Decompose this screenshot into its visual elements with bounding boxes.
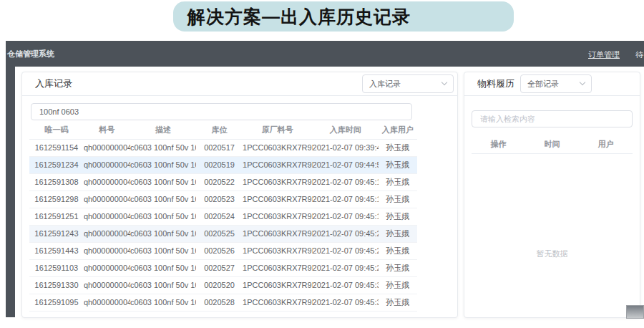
table-cell: 2021-02-07 09:45:34 — [313, 294, 379, 311]
column-header: 库位 — [196, 121, 243, 139]
table-cell: qh0000000045 — [84, 190, 130, 208]
table-cell: 0020527 — [196, 259, 243, 276]
table-cell: c0603 100nf 50v 10% 104 — [130, 190, 196, 208]
nav-item-partial[interactable]: 待 — [635, 49, 643, 60]
history-search-input[interactable] — [472, 110, 633, 127]
column-header: 操作 — [472, 135, 525, 153]
table-cell: 1612591234 — [29, 156, 84, 173]
inbound-search-input[interactable] — [31, 103, 412, 120]
column-header: 料号 — [84, 121, 130, 139]
inbound-panel-header: 入库记录 入库记录 — [22, 72, 457, 96]
inbound-records-panel: 入库记录 入库记录 唯一码料号描述库位原厂料号入库时间入库用户 16125911… — [21, 72, 458, 318]
table-cell: 0020528 — [196, 294, 243, 311]
table-cell: qh0000000045 — [84, 294, 130, 311]
table-cell: 1PCC0603KRX7R9BB104 — [243, 208, 313, 225]
table-cell: 0020525 — [196, 225, 243, 242]
table-cell: c0603 100nf 50v 10% 104 — [130, 139, 196, 156]
table-cell: 孙玉娥 — [379, 242, 417, 259]
table-cell: 1PCC0603KRX7R9BB104 — [243, 156, 313, 173]
table-cell: 1PCC0603KRX7R9BB104 — [243, 276, 313, 294]
empty-data-text: 暂无数据 — [464, 249, 640, 259]
inbound-records-table: 唯一码料号描述库位原厂料号入库时间入库用户 1612591154qh000000… — [29, 121, 417, 312]
table-row[interactable]: 1612591243qh0000000045c0603 100nf 50v 10… — [29, 225, 417, 242]
top-navbar: 仓储管理系统 订单管理 待 — [6, 41, 644, 67]
table-cell: 0020520 — [196, 276, 243, 294]
table-header-row: 操作时间用户 — [472, 135, 633, 153]
table-cell: 孙玉娥 — [379, 208, 417, 225]
table-cell: 1612591330 — [29, 276, 84, 294]
table-cell: c0603 100nf 50v 10% 104 — [130, 208, 196, 225]
column-header: 唯一码 — [29, 121, 84, 139]
column-header: 用户 — [579, 135, 633, 153]
table-cell: 1PCC0603KRX7R9BB104 — [243, 259, 313, 276]
record-type-select[interactable]: 入库记录 — [362, 74, 454, 93]
table-cell: 2021-02-07 09:45:14 — [313, 190, 379, 208]
table-row[interactable]: 1612591251qh0000000045c0603 100nf 50v 10… — [29, 208, 417, 225]
table-cell: 0020517 — [196, 139, 243, 156]
table-cell: 孙玉娥 — [379, 156, 417, 173]
table-cell: 2021-02-07 09:45:22 — [313, 225, 379, 242]
column-header: 入库时间 — [313, 121, 379, 139]
collapsed-sidebar-strip — [6, 67, 15, 317]
table-row[interactable]: 1612591154qh0000000045c0603 100nf 50v 10… — [29, 139, 417, 156]
table-cell: 0020524 — [196, 208, 243, 225]
nav-order-management[interactable]: 订单管理 — [588, 49, 620, 60]
table-cell: qh0000000045 — [84, 259, 130, 276]
table-cell: 1612591243 — [29, 225, 84, 242]
table-cell: 孙玉娥 — [379, 173, 417, 190]
table-cell: 0020523 — [196, 190, 243, 208]
table-cell: c0603 100nf 50v 10% 104 — [130, 294, 196, 311]
table-cell: 1612591154 — [29, 139, 84, 156]
table-cell: 2021-02-07 09:45:3 — [313, 276, 379, 294]
table-cell: qh0000000045 — [84, 242, 130, 259]
table-cell: 0020519 — [196, 156, 243, 173]
table-row[interactable]: 1612591103qh0000000045c0603 100nf 50v 10… — [29, 259, 417, 276]
table-row[interactable]: 1612591308qh0000000045c0603 100nf 50v 10… — [29, 173, 417, 190]
table-row[interactable]: 1612591234qh0000000045c0603 100nf 50v 10… — [29, 156, 417, 173]
table-cell: 1PCC0603KRX7R9BB104 — [243, 225, 313, 242]
history-type-select-value: 全部记录 — [527, 79, 559, 90]
chevron-down-icon — [441, 79, 447, 85]
material-history-panel: 物料履历 全部记录 操作时间用户 暂无数据 — [464, 72, 640, 318]
table-cell: c0603 100nf 50v 10% 104 — [130, 259, 196, 276]
column-header: 描述 — [130, 121, 196, 139]
table-cell: 1PCC0603KRX7R9BB104 — [243, 173, 313, 190]
table-cell: 1PCC0603KRX7R9BB104 — [243, 139, 313, 156]
history-type-select[interactable]: 全部记录 — [520, 74, 592, 93]
table-cell: 2021-02-07 09:39:40 — [313, 139, 379, 156]
table-cell: qh0000000045 — [84, 139, 130, 156]
table-cell: 1PCC0603KRX7R9BB104 — [243, 242, 313, 259]
table-cell: qh0000000045 — [84, 276, 130, 294]
table-cell: c0603 100nf 50v 10% 104 — [130, 225, 196, 242]
table-row[interactable]: 1612591095qh0000000045c0603 100nf 50v 10… — [29, 294, 417, 311]
chevron-down-icon — [580, 79, 585, 85]
inbound-panel-title: 入库记录 — [35, 77, 72, 90]
column-header: 时间 — [525, 135, 579, 153]
table-cell: 孙玉娥 — [379, 294, 417, 311]
table-cell: 1PCC0603KRX7R9BB104 — [243, 190, 313, 208]
table-cell: 1PCC0603KRX7R9BB104 — [243, 294, 313, 311]
table-cell: c0603 100nf 50v 10% 104 — [130, 173, 196, 190]
table-cell: 2021-02-07 09:45:10 — [313, 173, 379, 190]
table-cell: qh0000000045 — [84, 173, 130, 190]
main-content: 入库记录 入库记录 唯一码料号描述库位原厂料号入库时间入库用户 16125911… — [15, 67, 644, 319]
table-cell: 1612591298 — [29, 190, 84, 208]
page-title-banner: 解决方案—出入库历史记录 — [173, 1, 514, 32]
history-panel-title: 物料履历 — [477, 77, 514, 90]
table-cell: 0020522 — [196, 173, 243, 190]
record-type-select-value: 入库记录 — [369, 79, 401, 90]
table-cell: qh0000000045 — [84, 225, 130, 242]
table-cell: qh0000000045 — [84, 156, 130, 173]
table-row[interactable]: 1612591443qh0000000045c0603 100nf 50v 10… — [29, 242, 417, 259]
table-cell: c0603 100nf 50v 10% 104 — [130, 242, 196, 259]
column-header: 原厂料号 — [243, 121, 313, 139]
table-row[interactable]: 1612591298qh0000000045c0603 100nf 50v 10… — [29, 190, 417, 208]
app-window: 仓储管理系统 订单管理 待 入库记录 入库记录 唯一码料号描述库 — [6, 41, 644, 319]
table-row[interactable]: 1612591330qh0000000045c0603 100nf 50v 10… — [29, 276, 417, 294]
page-title: 解决方案—出入库历史记录 — [187, 5, 411, 29]
table-cell: 2021-02-07 09:45:18 — [313, 208, 379, 225]
column-header: 入库用户 — [379, 121, 417, 139]
table-cell: 孙玉娥 — [379, 259, 417, 276]
scrollbar-corner[interactable] — [626, 305, 644, 319]
table-cell: c0603 100nf 50v 10% 104 — [130, 156, 196, 173]
